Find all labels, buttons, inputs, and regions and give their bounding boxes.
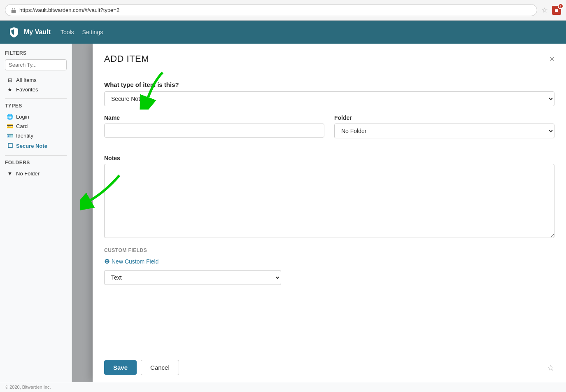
sidebar-item-identity[interactable]: 🪪 Identity — [5, 131, 67, 140]
name-folder-row: Name Folder No Folder — [104, 114, 554, 147]
folder-label: Folder — [334, 114, 554, 121]
favorite-button[interactable]: ☆ — [547, 363, 554, 373]
sidebar-item-all-items[interactable]: ⊞ All Items — [5, 75, 67, 85]
sidebar-item-login[interactable]: 🌐 Login — [5, 112, 67, 121]
name-label: Name — [104, 114, 324, 121]
bookmark-button[interactable]: ☆ — [541, 6, 548, 15]
modal-close-button[interactable]: × — [550, 55, 554, 63]
sidebar-item-card[interactable]: 💳 Card — [5, 121, 67, 131]
footer-buttons: Save Cancel — [104, 360, 179, 375]
login-label: Login — [16, 114, 29, 120]
browser-bar: https://vault.bitwarden.com/#/vault?type… — [0, 0, 566, 21]
notes-group: Notes — [104, 155, 554, 239]
modal-footer: Save Cancel ☆ — [93, 353, 566, 382]
url-text: https://vault.bitwarden.com/#/vault?type… — [19, 7, 119, 13]
star-icon: ★ — [7, 86, 13, 93]
custom-field-type-select[interactable]: Text Hidden Boolean — [104, 270, 281, 285]
divider-2 — [5, 155, 67, 156]
custom-fields-section: CUSTOM FIELDS ⊕ New Custom Field Text Hi… — [104, 247, 554, 285]
folder-group: Folder No Folder — [334, 114, 554, 138]
identity-icon: 🪪 — [7, 133, 13, 139]
new-custom-field-link[interactable]: ⊕ New Custom Field — [104, 257, 158, 265]
browser-actions: ☆ ■ 1 — [541, 6, 561, 15]
card-label: Card — [16, 123, 28, 129]
lock-icon — [11, 7, 16, 13]
no-folder-label: No Folder — [16, 170, 40, 177]
url-bar[interactable]: https://vault.bitwarden.com/#/vault?type… — [5, 4, 537, 16]
sidebar: FILTERS ⊞ All Items ★ Favorites TYPES 🌐 … — [0, 44, 72, 382]
identity-label: Identity — [16, 133, 33, 139]
folders-title: FOLDERS — [5, 160, 67, 166]
name-group: Name — [104, 114, 324, 138]
extension-badge: 1 — [558, 3, 564, 9]
nav-settings[interactable]: Settings — [82, 29, 103, 35]
secure-note-icon: ☐ — [7, 142, 13, 149]
search-input[interactable] — [5, 59, 67, 70]
sidebar-item-favorites[interactable]: ★ Favorites — [5, 85, 67, 94]
sidebar-item-secure-note[interactable]: ☐ Secure Note — [5, 140, 67, 151]
extension-button[interactable]: ■ 1 — [552, 6, 561, 15]
app-container: My Vault Tools Settings FILTERS ⊞ All It… — [0, 21, 566, 392]
item-type-select[interactable]: Secure Note Login Card Identity — [104, 91, 554, 106]
add-item-modal: ADD ITEM × What type of item is this? Se… — [93, 44, 566, 382]
name-input[interactable] — [104, 124, 324, 138]
card-icon: 💳 — [7, 123, 13, 129]
sidebar-item-no-folder[interactable]: ▼ No Folder — [5, 169, 67, 178]
globe-icon: 🌐 — [7, 114, 13, 120]
notes-label: Notes — [104, 155, 554, 161]
custom-fields-title: CUSTOM FIELDS — [104, 247, 554, 253]
bitwarden-logo — [8, 26, 20, 38]
content-area: ADD ITEM × What type of item is this? Se… — [72, 44, 566, 382]
favorites-label: Favorites — [16, 86, 38, 93]
modal-header: ADD ITEM × — [93, 44, 566, 71]
grid-icon: ⊞ — [7, 77, 13, 83]
app-title: My Vault — [24, 28, 51, 36]
modal-body: What type of item is this? Secure Note L… — [93, 71, 566, 353]
new-custom-field-label: New Custom Field — [112, 258, 158, 265]
item-type-group: What type of item is this? Secure Note L… — [104, 81, 554, 106]
modal-overlay: ADD ITEM × What type of item is this? Se… — [72, 44, 566, 382]
notes-textarea[interactable] — [104, 164, 554, 238]
all-items-label: All Items — [16, 77, 37, 83]
modal-title: ADD ITEM — [104, 54, 149, 64]
main-area: FILTERS ⊞ All Items ★ Favorites TYPES 🌐 … — [0, 44, 566, 382]
plus-icon: ⊕ — [104, 257, 109, 265]
save-button[interactable]: Save — [104, 360, 137, 375]
app-logo: My Vault — [8, 26, 51, 38]
filters-title: FILTERS — [5, 50, 67, 56]
nav-links: Tools Settings — [61, 29, 103, 35]
chevron-down-icon: ▼ — [7, 170, 13, 177]
divider-1 — [5, 98, 67, 99]
item-type-question: What type of item is this? — [104, 81, 554, 88]
folder-select[interactable]: No Folder — [334, 124, 554, 138]
secure-note-label: Secure Note — [16, 143, 47, 149]
types-title: TYPES — [5, 103, 67, 109]
app-header: My Vault Tools Settings — [0, 21, 566, 44]
footer-copyright: © 2020, Bitwarden Inc. — [0, 382, 566, 392]
nav-tools[interactable]: Tools — [61, 29, 74, 35]
cancel-button[interactable]: Cancel — [141, 360, 179, 375]
